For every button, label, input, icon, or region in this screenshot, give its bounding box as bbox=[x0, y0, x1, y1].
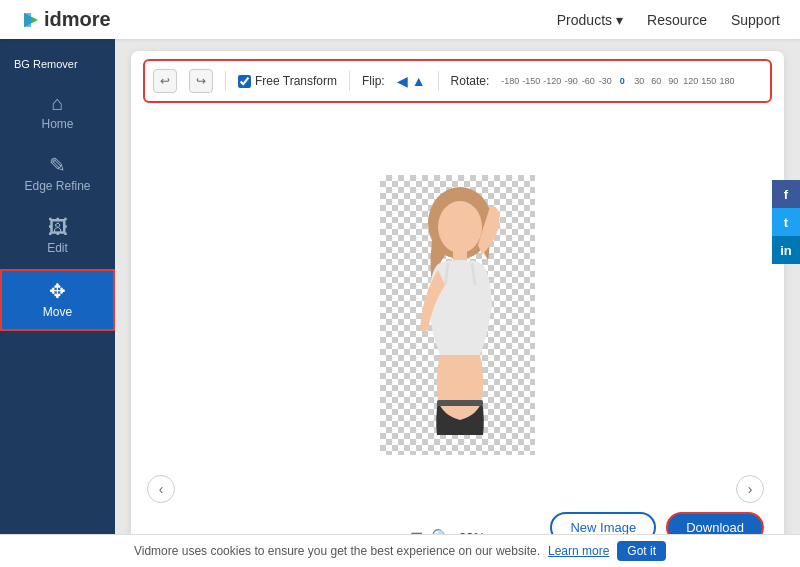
nav-products[interactable]: Products ▾ bbox=[557, 12, 623, 28]
edge-refine-icon: ✎ bbox=[49, 155, 66, 175]
cookie-message: Vidmore uses cookies to ensure you get t… bbox=[134, 544, 540, 558]
sidebar: BG Remover ⌂ Home ✎ Edge Refine 🖼 Edit ✥… bbox=[0, 39, 115, 567]
prev-icon: ‹ bbox=[159, 481, 164, 497]
rotate-label: Rotate: bbox=[451, 74, 490, 88]
flip-label: Flip: bbox=[362, 74, 385, 88]
svg-rect-5 bbox=[437, 400, 483, 406]
next-icon: › bbox=[748, 481, 753, 497]
prev-arrow-button[interactable]: ‹ bbox=[147, 475, 175, 503]
sidebar-item-edit[interactable]: 🖼 Edit bbox=[0, 207, 115, 265]
toolbar: ↩ ↪ Free Transform Flip: ◀ ▲ Rotate: -18 bbox=[143, 59, 772, 103]
sidebar-item-home[interactable]: ⌂ Home bbox=[0, 83, 115, 141]
sidebar-item-move[interactable]: ✥ Move bbox=[0, 269, 115, 331]
edit-icon: 🖼 bbox=[48, 217, 68, 237]
image-preview bbox=[380, 175, 535, 455]
flip-horizontal-icon[interactable]: ◀ bbox=[397, 73, 408, 89]
rotate-numbers: -180 -150 -120 -90 -60 -30 0 30 60 90 12… bbox=[501, 76, 734, 86]
nav-support[interactable]: Support bbox=[731, 12, 780, 28]
toolbar-divider-2 bbox=[349, 71, 350, 91]
nav-links: Products ▾ Resource Support bbox=[557, 12, 780, 28]
sidebar-item-edge-refine[interactable]: ✎ Edge Refine bbox=[0, 145, 115, 203]
logo-icon bbox=[20, 9, 42, 31]
home-icon: ⌂ bbox=[51, 93, 63, 113]
cookie-learn-more[interactable]: Learn more bbox=[548, 544, 609, 558]
free-transform-toggle[interactable] bbox=[238, 75, 251, 88]
cookie-bar: Vidmore uses cookies to ensure you get t… bbox=[0, 534, 800, 567]
toolbar-divider-3 bbox=[438, 71, 439, 91]
facebook-button[interactable]: f bbox=[772, 180, 800, 208]
cookie-accept-button[interactable]: Got it bbox=[617, 541, 666, 561]
bg-remover-bar: BG Remover bbox=[0, 49, 115, 79]
twitter-button[interactable]: t bbox=[772, 208, 800, 236]
redo-button[interactable]: ↪ bbox=[189, 69, 213, 93]
rotate-scale: -180 -150 -120 -90 -60 -30 0 30 60 90 12… bbox=[501, 76, 762, 86]
logo[interactable]: idmore bbox=[20, 8, 111, 31]
chevron-down-icon: ▾ bbox=[616, 12, 623, 28]
svg-marker-1 bbox=[24, 13, 31, 27]
social-bar: f t in bbox=[772, 180, 800, 264]
move-icon: ✥ bbox=[49, 281, 66, 301]
bg-remover-label: BG Remover bbox=[8, 56, 84, 72]
toolbar-divider-1 bbox=[225, 71, 226, 91]
undo-button[interactable]: ↩ bbox=[153, 69, 177, 93]
flip-vertical-icon[interactable]: ▲ bbox=[412, 73, 426, 89]
image-container bbox=[143, 109, 772, 520]
top-navigation: idmore Products ▾ Resource Support bbox=[0, 0, 800, 39]
next-arrow-button[interactable]: › bbox=[736, 475, 764, 503]
tool-panel: ↩ ↪ Free Transform Flip: ◀ ▲ Rotate: -18 bbox=[131, 51, 784, 555]
logo-text: idmore bbox=[44, 8, 111, 31]
flip-icons: ◀ ▲ bbox=[397, 73, 426, 89]
svg-point-3 bbox=[438, 201, 482, 253]
woman-svg bbox=[380, 175, 535, 455]
nav-resource[interactable]: Resource bbox=[647, 12, 707, 28]
free-transform-checkbox[interactable]: Free Transform bbox=[238, 74, 337, 88]
main-area: BG Remover ⌂ Home ✎ Edge Refine 🖼 Edit ✥… bbox=[0, 39, 800, 567]
free-transform-label: Free Transform bbox=[255, 74, 337, 88]
linkedin-button[interactable]: in bbox=[772, 236, 800, 264]
content-area: ↩ ↪ Free Transform Flip: ◀ ▲ Rotate: -18 bbox=[115, 39, 800, 567]
